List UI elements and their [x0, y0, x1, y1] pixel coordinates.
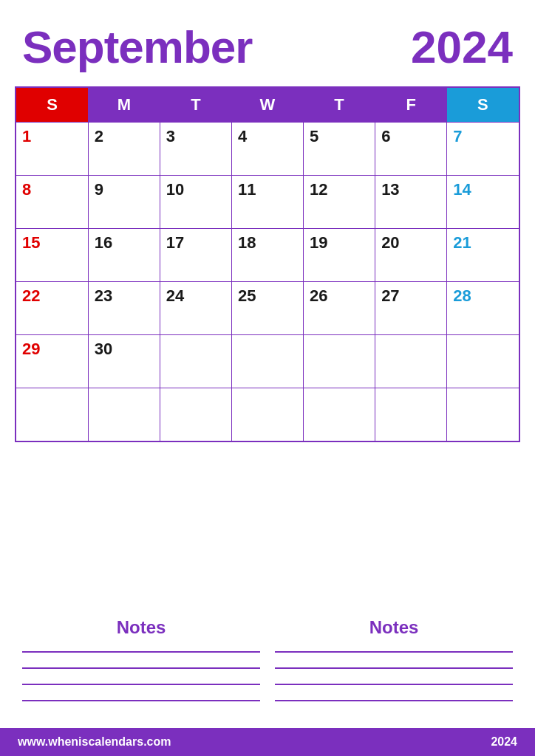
calendar-cell: 14 [447, 176, 519, 229]
calendar-cell: 9 [88, 176, 160, 229]
month-title: September [22, 21, 252, 73]
calendar-row [16, 388, 519, 441]
calendar-cell: 20 [375, 229, 447, 282]
calendar-cell: 26 [304, 282, 375, 335]
calendar-cell: 11 [231, 176, 303, 229]
calendar-cell: 30 [88, 335, 160, 388]
year-title: 2024 [411, 21, 513, 73]
calendar-cell [231, 335, 303, 388]
calendar-cell: 8 [16, 176, 88, 229]
calendar-row: 1234567 [16, 123, 519, 176]
calendar-cell: 2 [88, 123, 160, 176]
calendar-cell [375, 335, 447, 388]
calendar-cell: 5 [304, 123, 375, 176]
notes-line-6 [275, 667, 513, 669]
calendar-cell: 12 [304, 176, 375, 229]
notes-right-title: Notes [275, 617, 513, 638]
calendar-container: S M T W T F S 12345678910111213141516171… [0, 86, 535, 599]
calendar-cell: 10 [160, 176, 231, 229]
calendar-row: 891011121314 [16, 176, 519, 229]
calendar-cell: 6 [375, 123, 447, 176]
header-saturday: S [447, 87, 519, 123]
calendar-cell [16, 388, 88, 441]
notes-left: Notes [22, 617, 260, 716]
calendar-cell: 29 [16, 335, 88, 388]
calendar-body: 1234567891011121314151617181920212223242… [16, 123, 519, 441]
notes-section: Notes Notes [0, 599, 535, 728]
calendar-cell: 23 [88, 282, 160, 335]
calendar-cell: 19 [304, 229, 375, 282]
footer-year: 2024 [491, 735, 517, 749]
calendar-row: 15161718192021 [16, 229, 519, 282]
header-wednesday: W [231, 87, 303, 123]
calendar-cell [231, 388, 303, 441]
calendar-header: September 2024 [0, 0, 535, 86]
calendar-row: 22232425262728 [16, 282, 519, 335]
calendar-cell: 4 [231, 123, 303, 176]
calendar-cell: 21 [447, 229, 519, 282]
calendar-cell: 16 [88, 229, 160, 282]
notes-line-7 [275, 684, 513, 685]
calendar-cell [304, 335, 375, 388]
weekday-header-row: S M T W T F S [16, 87, 519, 123]
notes-line-2 [22, 667, 260, 669]
calendar-cell: 7 [447, 123, 519, 176]
calendar-cell: 22 [16, 282, 88, 335]
footer-url: www.wheniscalendars.com [18, 735, 171, 749]
calendar-row: 2930 [16, 335, 519, 388]
calendar-cell: 28 [447, 282, 519, 335]
calendar-cell [447, 335, 519, 388]
calendar-cell [160, 335, 231, 388]
calendar-page: September 2024 S M T W T F S 12345678910… [0, 0, 535, 756]
notes-line-1 [22, 651, 260, 653]
calendar-cell: 17 [160, 229, 231, 282]
calendar-cell: 13 [375, 176, 447, 229]
calendar-cell [375, 388, 447, 441]
calendar-cell: 1 [16, 123, 88, 176]
calendar-cell [304, 388, 375, 441]
header-monday: M [88, 87, 160, 123]
header-thursday: T [304, 87, 375, 123]
calendar-cell: 27 [375, 282, 447, 335]
notes-left-title: Notes [22, 617, 260, 638]
calendar-cell: 24 [160, 282, 231, 335]
calendar-table: S M T W T F S 12345678910111213141516171… [15, 86, 520, 442]
notes-line-8 [275, 700, 513, 701]
page-footer: www.wheniscalendars.com 2024 [0, 728, 535, 756]
calendar-cell [160, 388, 231, 441]
header-sunday: S [16, 87, 88, 123]
header-tuesday: T [160, 87, 231, 123]
calendar-cell: 25 [231, 282, 303, 335]
calendar-cell [88, 388, 160, 441]
notes-line-5 [275, 651, 513, 653]
header-friday: F [375, 87, 447, 123]
notes-right: Notes [275, 617, 513, 716]
notes-line-4 [22, 700, 260, 701]
notes-line-3 [22, 684, 260, 685]
calendar-cell: 18 [231, 229, 303, 282]
calendar-cell: 15 [16, 229, 88, 282]
calendar-cell: 3 [160, 123, 231, 176]
calendar-cell [447, 388, 519, 441]
